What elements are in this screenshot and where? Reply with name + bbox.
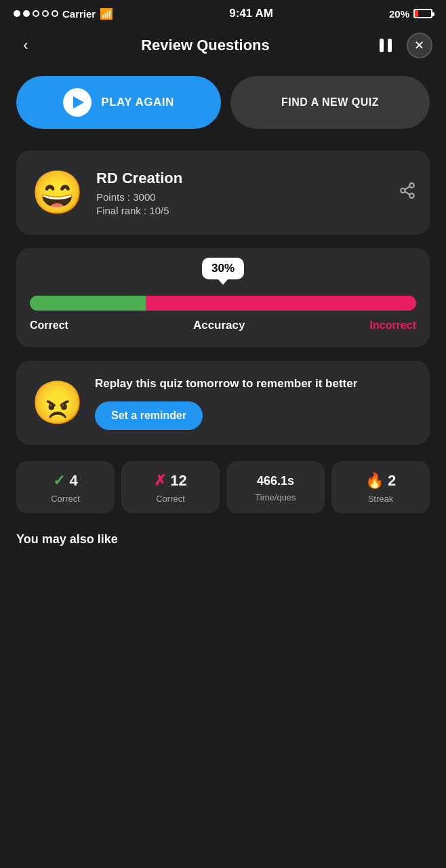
stat-top-correct: ✓ 4: [53, 472, 77, 490]
incorrect-stat-label: Correct: [156, 494, 185, 504]
incorrect-bar: [146, 296, 416, 311]
reminder-content: Replay this quiz tomorrow to remember it…: [95, 376, 416, 430]
signal-icon: [14, 10, 58, 17]
svg-line-6: [405, 186, 409, 189]
status-bar: Carrier 📶 9:41 AM 20%: [0, 0, 446, 24]
share-icon: [399, 182, 416, 199]
stat-card-correct: ✓ 4 Correct: [16, 461, 115, 513]
stat-card-streak: 🔥 2 Streak: [331, 461, 430, 513]
accuracy-section: 30% Correct Accuracy Incorrect: [16, 248, 430, 347]
correct-bar: [30, 296, 146, 311]
profile-points: Points : 3000: [96, 191, 416, 203]
fire-icon: 🔥: [365, 472, 384, 490]
set-reminder-button[interactable]: Set a reminder: [95, 401, 203, 430]
streak-label: Streak: [368, 494, 394, 504]
stats-grid: ✓ 4 Correct ✗ 12 Correct 466.1s Time/que…: [16, 461, 430, 513]
bar-labels: Correct Accuracy Incorrect: [30, 319, 416, 332]
battery-icon: [413, 9, 432, 18]
wifi-icon: 📶: [100, 7, 113, 20]
time-label: Time/ques: [255, 492, 296, 502]
pause-icon: [380, 39, 392, 52]
stat-top-incorrect: ✗ 12: [154, 472, 186, 490]
reminder-emoji: 😠: [30, 376, 84, 430]
profile-card: 😄 RD Creation Points : 3000 Final rank :…: [16, 151, 430, 235]
find-quiz-label: FIND A NEW QUIZ: [281, 96, 379, 108]
stat-top-streak: 🔥 2: [365, 472, 396, 490]
play-circle-icon: [63, 88, 92, 117]
incorrect-count: 12: [170, 472, 186, 490]
time-value: 466.1s: [257, 474, 294, 488]
stat-card-time: 466.1s Time/ques: [226, 461, 325, 513]
time-display: 9:41 AM: [229, 7, 273, 20]
correct-label: Correct: [30, 319, 68, 332]
profile-rank: Final rank : 10/5: [96, 205, 416, 216]
back-button[interactable]: ‹: [14, 33, 38, 58]
header-controls: ✕: [373, 33, 432, 58]
play-again-button[interactable]: PLAY AGAIN: [16, 76, 221, 129]
page-title: Review Questions: [141, 37, 270, 54]
stat-top-time: 466.1s: [257, 474, 294, 488]
profile-emoji: 😄: [30, 165, 84, 220]
svg-line-5: [405, 192, 409, 195]
accuracy-label: Accuracy: [193, 319, 245, 332]
svg-rect-1: [388, 39, 392, 52]
correct-count: 4: [69, 472, 77, 490]
profile-info: RD Creation Points : 3000 Final rank : 1…: [96, 170, 416, 216]
close-button[interactable]: ✕: [407, 33, 432, 58]
svg-rect-0: [380, 39, 384, 52]
reminder-text: Replay this quiz tomorrow to remember it…: [95, 376, 416, 392]
battery-percent: 20%: [389, 8, 409, 20]
pause-button[interactable]: [373, 33, 399, 58]
header: ‹ Review Questions ✕: [0, 24, 446, 69]
play-again-label: PLAY AGAIN: [101, 96, 174, 109]
x-icon: ✗: [154, 472, 166, 490]
accuracy-bar: [30, 296, 416, 311]
streak-value: 2: [388, 472, 396, 490]
you-may-also-like-title: You may also like: [16, 532, 430, 553]
reminder-card: 😠 Replay this quiz tomorrow to remember …: [16, 361, 430, 445]
play-triangle-icon: [73, 96, 84, 108]
correct-stat-label: Correct: [51, 494, 80, 504]
main-content: PLAY AGAIN FIND A NEW QUIZ 😄 RD Creation…: [0, 69, 446, 570]
carrier-label: Carrier: [62, 8, 96, 20]
action-buttons: PLAY AGAIN FIND A NEW QUIZ: [16, 76, 430, 129]
profile-name: RD Creation: [96, 170, 416, 187]
checkmark-icon: ✓: [53, 472, 65, 490]
find-quiz-button[interactable]: FIND A NEW QUIZ: [230, 76, 430, 129]
share-button[interactable]: [399, 182, 416, 203]
percent-bubble: 30%: [202, 258, 244, 279]
stat-card-incorrect: ✗ 12 Correct: [121, 461, 220, 513]
incorrect-label: Incorrect: [370, 319, 416, 332]
